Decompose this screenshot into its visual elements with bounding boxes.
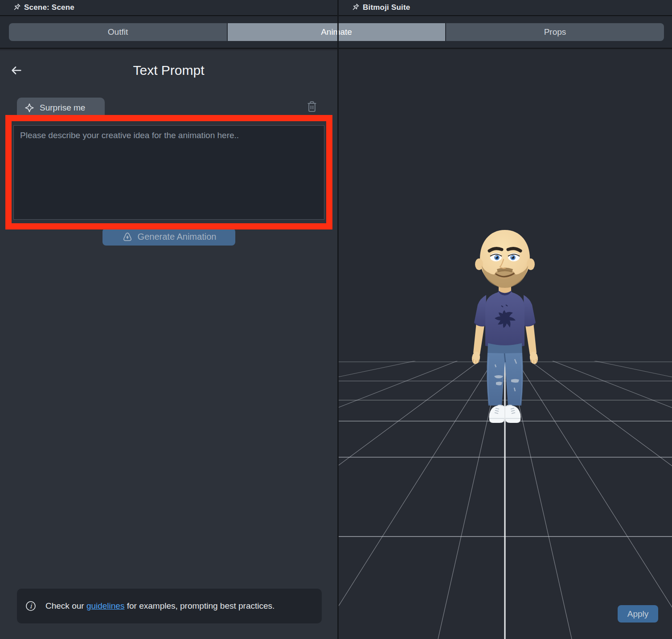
guidelines-info-text: Check our guidelines for examples, promp… <box>45 600 275 612</box>
scene-panel-title: Scene: Scene <box>24 3 74 12</box>
annotation-highlight <box>5 115 332 229</box>
sparkle-icon <box>24 102 35 113</box>
avatar-head <box>475 230 535 288</box>
avatar-shoes <box>489 405 521 423</box>
info-suffix: for examples, prompting best practices. <box>124 601 275 610</box>
surprise-me-label: Surprise me <box>40 103 85 113</box>
bitmoji-panel-title: Bitmoji Suite <box>363 3 410 12</box>
avatar-jeans <box>487 343 523 406</box>
pushpin-icon <box>350 3 360 12</box>
panel-divider <box>337 0 339 639</box>
guidelines-info-box: i Check our guidelines for examples, pro… <box>17 589 322 623</box>
avatar-shirt <box>474 290 536 348</box>
trash-icon[interactable] <box>305 99 319 115</box>
scene-panel-titlebar: Scene: Scene <box>0 0 337 16</box>
tab-props[interactable]: Props <box>446 23 664 41</box>
app-window: Scene: Scene Bitmoji Suite Outfit Animat… <box>0 0 672 639</box>
3d-viewport[interactable]: Apply <box>339 50 672 639</box>
info-circle-icon: i <box>25 600 37 612</box>
bitmoji-panel-titlebar: Bitmoji Suite <box>339 0 672 16</box>
generate-animation-label: Generate Animation <box>138 232 217 242</box>
generate-ai-icon <box>122 231 133 243</box>
pushpin-icon <box>12 3 21 12</box>
svg-text:i: i <box>30 602 33 610</box>
prompt-textarea[interactable] <box>13 125 324 220</box>
text-prompt-panel: Text Prompt Surprise me Generate Animati… <box>0 50 337 639</box>
tab-outfit[interactable]: Outfit <box>9 23 227 41</box>
tab-animate[interactable]: Animate <box>228 23 445 41</box>
info-prefix: Check our <box>45 601 86 610</box>
apply-button[interactable]: Apply <box>618 605 658 623</box>
mode-tabstrip: Outfit Animate Props <box>0 17 672 49</box>
guidelines-link[interactable]: guidelines <box>86 601 125 610</box>
page-title: Text Prompt <box>0 63 337 78</box>
generate-animation-button[interactable]: Generate Animation <box>102 228 235 246</box>
bitmoji-avatar <box>451 223 558 428</box>
